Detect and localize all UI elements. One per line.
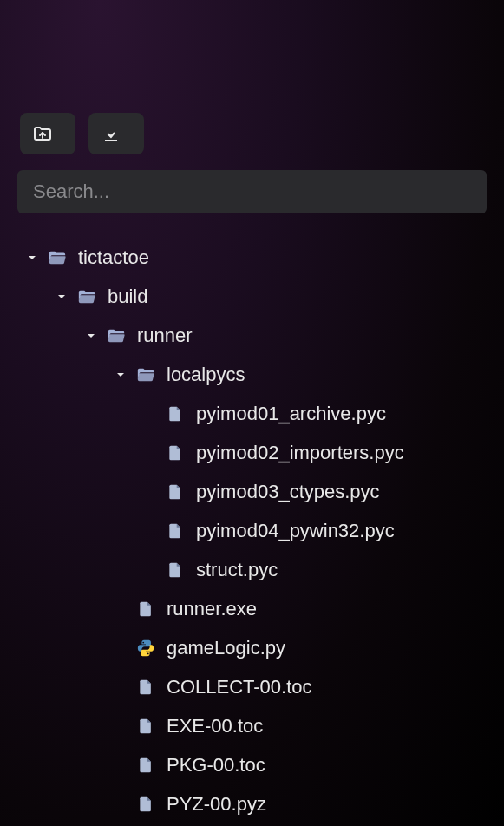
file-icon [165, 521, 186, 541]
file-icon [165, 403, 186, 424]
file-icon [135, 794, 156, 815]
chevron-down-icon[interactable] [26, 252, 38, 264]
tree-item-label: runner [137, 324, 193, 347]
tree-item-label: pyimod02_importers.pyc [196, 442, 404, 464]
tree-item-label: pyimod04_pywin32.pyc [196, 520, 395, 542]
tree-file[interactable]: struct.pyc [0, 550, 504, 589]
search-input[interactable] [17, 170, 487, 213]
tree-file[interactable]: EXE-00.toc [0, 706, 504, 745]
download-button[interactable] [88, 113, 144, 154]
tree-item-label: COLLECT-00.toc [167, 676, 312, 698]
tree-folder[interactable]: tictactoe [0, 238, 504, 277]
file-icon [135, 599, 156, 620]
file-tree: tictactoebuildrunnerlocalpycspyimod01_ar… [0, 213, 504, 823]
tree-item-label: localpycs [167, 364, 245, 386]
tree-item-label: PYZ-00.pyz [167, 793, 266, 816]
file-icon [165, 482, 186, 502]
file-icon [135, 677, 156, 698]
tree-item-label: gameLogic.py [167, 637, 285, 659]
download-icon [101, 123, 121, 144]
chevron-down-icon[interactable] [85, 330, 97, 342]
folder-upload-icon [32, 123, 53, 144]
folder-open-icon [135, 364, 156, 385]
chevron-down-icon[interactable] [56, 291, 68, 303]
tree-file[interactable]: pyimod03_ctypes.pyc [0, 472, 504, 511]
tree-item-label: struct.pyc [196, 559, 278, 581]
file-icon [165, 560, 186, 580]
tree-item-label: pyimod01_archive.pyc [196, 403, 386, 425]
tree-file[interactable]: pyimod01_archive.pyc [0, 394, 504, 433]
folder-open-icon [106, 325, 127, 346]
tree-item-label: pyimod03_ctypes.pyc [196, 481, 380, 503]
tree-folder[interactable]: build [0, 277, 504, 316]
tree-file[interactable]: pyimod04_pywin32.pyc [0, 511, 504, 550]
file-icon [135, 755, 156, 776]
tree-item-label: runner.exe [167, 598, 257, 620]
folder-open-icon [76, 286, 97, 307]
upload-folder-button[interactable] [20, 113, 75, 154]
tree-item-label: EXE-00.toc [167, 715, 263, 738]
chevron-down-icon[interactable] [115, 369, 127, 381]
svg-rect-1 [105, 140, 117, 141]
file-icon [135, 716, 156, 737]
toolbar [0, 0, 504, 170]
tree-item-label: build [108, 285, 147, 308]
tree-file[interactable]: gameLogic.py [0, 628, 504, 667]
tree-item-label: tictactoe [78, 246, 149, 269]
file-icon [165, 442, 186, 463]
tree-folder[interactable]: localpycs [0, 355, 504, 394]
tree-file[interactable]: runner.exe [0, 589, 504, 628]
tree-file[interactable]: pyimod02_importers.pyc [0, 433, 504, 472]
folder-open-icon [47, 247, 68, 268]
tree-file[interactable]: PYZ-00.pyz [0, 784, 504, 823]
tree-folder[interactable]: runner [0, 316, 504, 355]
python-icon [135, 638, 156, 659]
search-container [0, 170, 504, 213]
tree-item-label: PKG-00.toc [167, 754, 265, 777]
tree-file[interactable]: PKG-00.toc [0, 745, 504, 784]
tree-file[interactable]: COLLECT-00.toc [0, 667, 504, 706]
